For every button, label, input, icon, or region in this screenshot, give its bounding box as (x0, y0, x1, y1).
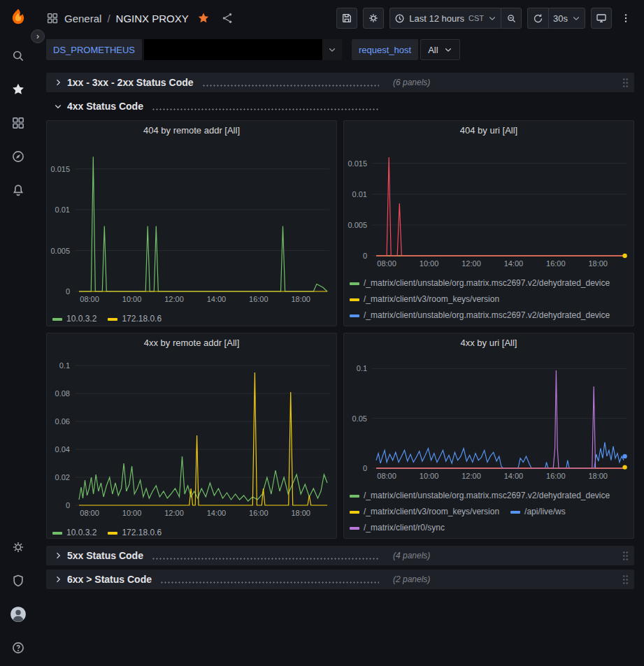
chevron-down-icon (444, 45, 452, 54)
dotted-leader (202, 85, 379, 87)
legend-item[interactable]: /_matrix/client/unstable/org.matrix.msc2… (350, 536, 610, 538)
dashboards-grid-icon (11, 116, 25, 130)
legend-series-marker (350, 314, 359, 317)
apps-grid-icon (46, 12, 59, 24)
svg-text:10:00: 10:00 (420, 259, 439, 268)
breadcrumb: General / NGINX PROXY (64, 13, 189, 24)
sidebar-expand-button[interactable]: › (31, 29, 45, 43)
svg-text:0.06: 0.06 (55, 417, 70, 426)
row-drag-handle[interactable] (622, 574, 629, 585)
svg-text:0.01: 0.01 (352, 190, 367, 198)
svg-text:14:00: 14:00 (207, 295, 227, 303)
chevron-right-icon (52, 575, 64, 584)
svg-text:0.04: 0.04 (55, 445, 70, 454)
variable-value-dropdown-redacted[interactable] (144, 39, 342, 60)
svg-text:0: 0 (363, 252, 367, 260)
legend-item[interactable]: /_matrix/client/unstable/org.matrix.msc2… (350, 488, 610, 504)
panel-title[interactable]: 4xx by uri [All] (344, 333, 634, 353)
share-button[interactable] (218, 8, 236, 29)
sidebar-item-profile[interactable] (4, 600, 32, 628)
save-dashboard-button[interactable] (336, 8, 357, 29)
legend-item[interactable]: /_matrix/client/unstable/org.matrix.msc2… (350, 307, 610, 324)
legend-series-marker (52, 318, 62, 321)
kiosk-mode-button[interactable] (591, 8, 612, 29)
timeseries-chart-404-by-uri[interactable]: 00.0050.010.01508:0010:0012:0014:0016:00… (344, 140, 634, 273)
gear-icon (11, 540, 25, 554)
chevron-down-icon (572, 14, 580, 22)
svg-text:16:00: 16:00 (249, 295, 269, 303)
main-content: General / NGINX PROXY (36, 0, 644, 666)
legend-item[interactable]: /_matrix/client/v3/room_keys/version (350, 324, 499, 326)
row-header-5xx[interactable]: 5xx Status Code (4 panels) (46, 546, 634, 565)
legend-series-label: /_matrix/client/unstable/org.matrix.msc2… (364, 275, 610, 291)
sidebar-item-starred[interactable] (4, 75, 32, 103)
time-range-label: Last 12 hours (409, 13, 464, 24)
legend-item[interactable]: 172.18.0.6 (108, 525, 162, 538)
svg-text:10:00: 10:00 (122, 509, 142, 517)
legend-item[interactable]: /_matrix/client/v3/room_keys/version (350, 291, 499, 307)
legend-series-label: /_matrix/client/v3/room_keys/version (364, 291, 499, 307)
row-header-1xx-3xx-2xx[interactable]: 1xx - 3xx - 2xx Status Code (6 panels) (46, 73, 634, 92)
legend-item[interactable]: /_matrix/client/unstable/org.matrix.msc2… (350, 275, 610, 291)
sidebar-item-help[interactable] (4, 634, 32, 662)
refresh-icon (533, 13, 543, 24)
monitor-icon (596, 13, 607, 24)
more-options-button[interactable] (617, 8, 634, 29)
svg-text:08:00: 08:00 (377, 259, 396, 268)
grafana-logo[interactable] (6, 6, 30, 29)
variable-datasource: DS_PROMETHEUS (46, 39, 342, 60)
panel-title[interactable]: 404 by remote addr [All] (47, 121, 336, 140)
refresh-interval-dropdown[interactable]: 30s (548, 8, 585, 29)
avatar (9, 605, 27, 623)
legend-item[interactable]: 10.0.3.2 (52, 525, 96, 538)
row-header-6xx[interactable]: 6xx > Status Code (2 panels) (46, 570, 634, 589)
legend-item[interactable]: /api/live/ws (510, 504, 566, 520)
time-picker-group: Last 12 hours CST (389, 8, 522, 29)
legend-item[interactable]: 10.0.3.2 (52, 311, 96, 326)
svg-text:08:00: 08:00 (80, 295, 99, 303)
sidebar-item-dashboards[interactable] (4, 109, 32, 137)
timeseries-chart-404-by-remote-addr[interactable]: 00.0050.010.01508:0010:0012:0014:0016:00… (47, 140, 336, 308)
variable-label-request-host[interactable]: request_host (352, 39, 418, 60)
breadcrumb-dashboard-title[interactable]: NGINX PROXY (116, 13, 189, 24)
time-range-picker[interactable]: Last 12 hours CST (389, 8, 501, 29)
legend-item[interactable]: /_matrix/client/v3/room_keys/version (350, 504, 499, 520)
legend-series-label: 172.18.0.6 (122, 311, 162, 326)
refresh-group: 30s (527, 8, 585, 29)
legend-item[interactable]: /_matrix/client/r0/sync (350, 520, 445, 536)
topbar-actions: Last 12 hours CST (336, 8, 634, 29)
dotted-leader (152, 558, 379, 560)
clock-icon (394, 13, 405, 24)
row-panel-count: (6 panels) (393, 78, 430, 87)
timeseries-chart-4xx-by-remote-addr[interactable]: 00.020.040.060.080.108:0010:0012:0014:00… (47, 353, 336, 522)
legend-item[interactable]: /sw.js (510, 324, 545, 326)
sidebar-item-search[interactable] (4, 42, 32, 70)
variable-label-ds-prometheus[interactable]: DS_PROMETHEUS (46, 39, 142, 60)
row-drag-handle[interactable] (622, 78, 629, 88)
sidebar-item-security[interactable] (4, 567, 32, 595)
refresh-button[interactable] (527, 8, 548, 29)
favorite-star-button[interactable] (194, 8, 213, 29)
svg-text:0.015: 0.015 (50, 165, 70, 173)
svg-text:12:00: 12:00 (164, 295, 184, 303)
timezone-badge: CST (468, 14, 484, 22)
star-icon (11, 82, 25, 96)
sidebar-item-explore[interactable] (4, 143, 32, 171)
zoom-out-button[interactable] (501, 8, 522, 29)
panel-title[interactable]: 404 by uri [All] (344, 121, 634, 140)
legend-series-label: 10.0.3.2 (66, 525, 96, 538)
svg-text:14:00: 14:00 (504, 259, 524, 268)
request-host-value: All (428, 45, 438, 55)
panel-title[interactable]: 4xx by remote addr [All] (47, 333, 336, 353)
row-drag-handle[interactable] (622, 551, 629, 561)
sidebar-item-settings[interactable] (4, 533, 32, 561)
sidebar-item-alerting[interactable] (4, 176, 32, 204)
legend-item[interactable]: 172.18.0.6 (108, 311, 162, 326)
row-header-4xx[interactable]: 4xx Status Code (46, 96, 634, 116)
legend-series-marker (350, 298, 359, 301)
timeseries-chart-4xx-by-uri[interactable]: 00.050.108:0010:0012:0014:0016:0018:00 (344, 353, 634, 485)
request-host-value-dropdown[interactable]: All (420, 39, 459, 60)
dashboard-settings-button[interactable] (363, 8, 384, 29)
breadcrumb-folder[interactable]: General (64, 13, 101, 24)
panel-4xx-by-remote-addr: 4xx by remote addr [All] 00.020.040.060.… (46, 333, 337, 539)
